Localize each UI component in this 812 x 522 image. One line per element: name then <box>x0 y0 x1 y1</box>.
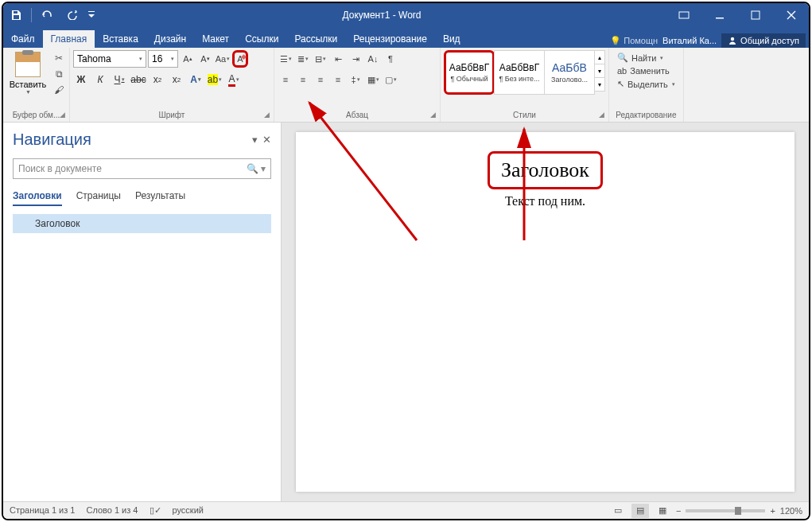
tab-view[interactable]: Вид <box>435 30 468 48</box>
align-center-button[interactable]: ≡ <box>295 71 311 88</box>
search-icon: 🔍 <box>617 53 628 63</box>
styles-expand[interactable]: ▾ <box>594 77 605 92</box>
read-mode-button[interactable]: ▭ <box>609 504 627 518</box>
close-button[interactable] <box>773 3 809 27</box>
zoom-out-button[interactable]: − <box>676 506 681 516</box>
superscript-button[interactable]: x2 <box>169 71 185 88</box>
replace-button[interactable]: abЗаменить <box>616 65 677 76</box>
align-left-button[interactable]: ≡ <box>278 71 293 88</box>
ribbon: Вставить ▼ ✂ ⧉ 🖌 Буфер обм... ◢ Tahoma▾ … <box>3 48 809 123</box>
nav-tab-headings[interactable]: Заголовки <box>13 190 62 206</box>
title-bar: Документ1 - Word <box>3 3 809 27</box>
font-launcher[interactable]: ◢ <box>261 109 272 120</box>
tab-layout[interactable]: Макет <box>194 30 237 48</box>
nav-tab-pages[interactable]: Страницы <box>76 190 121 206</box>
tab-mailings[interactable]: Рассылки <box>286 30 345 48</box>
svg-rect-0 <box>679 12 689 18</box>
zoom-slider[interactable] <box>686 509 765 512</box>
align-right-button[interactable]: ≡ <box>313 71 328 88</box>
borders-button[interactable]: ▢▾ <box>383 71 398 88</box>
font-size-combo[interactable]: 16▾ <box>148 50 178 68</box>
highlight-button[interactable]: ab▾ <box>207 71 223 88</box>
styles-scroll-down[interactable]: ▾ <box>594 64 605 78</box>
print-layout-button[interactable]: ▤ <box>631 504 649 518</box>
shading-button[interactable]: ▦▾ <box>365 71 381 88</box>
text-effects-button[interactable]: A ▾ <box>188 71 204 88</box>
nav-dropdown[interactable]: ▾ <box>252 134 258 146</box>
group-editing: 🔍Найти ▾ abЗаменить ↖Выделить ▾ Редактир… <box>609 48 684 122</box>
style-no-spacing[interactable]: АаБбВвГ ¶ Без инте... <box>494 50 545 95</box>
maximize-button[interactable] <box>737 3 773 27</box>
font-color-button[interactable]: A▾ <box>226 71 242 88</box>
proofing-icon[interactable]: ▯✓ <box>150 505 161 516</box>
svg-rect-1 <box>716 18 724 19</box>
nav-close-button[interactable]: ✕ <box>262 134 271 146</box>
user-name[interactable]: Виталий Ка... <box>662 36 717 45</box>
undo-button[interactable] <box>34 3 60 27</box>
find-button[interactable]: 🔍Найти ▾ <box>616 52 677 64</box>
italic-button[interactable]: К <box>92 71 108 88</box>
underline-button[interactable]: Ч ▾ <box>111 71 127 88</box>
numbering-button[interactable]: ≣▾ <box>295 50 311 68</box>
tab-references[interactable]: Ссылки <box>237 30 286 48</box>
zoom-in-button[interactable]: + <box>770 506 775 516</box>
tab-review[interactable]: Рецензирование <box>345 30 435 48</box>
document-area[interactable]: Заголовок Текст под ним. <box>282 123 809 501</box>
cut-button[interactable]: ✂ <box>52 52 66 64</box>
clear-formatting-button[interactable]: A◆ <box>232 50 248 68</box>
bullets-button[interactable]: ☰▾ <box>278 50 293 68</box>
tab-file[interactable]: Файл <box>3 30 43 48</box>
nav-heading-item[interactable]: Заголовок <box>13 214 271 233</box>
bold-button[interactable]: Ж <box>73 71 89 88</box>
style-heading1[interactable]: АаБбВ Заголово... <box>544 50 595 95</box>
ribbon-display-options[interactable] <box>666 3 701 27</box>
tab-design[interactable]: Дизайн <box>146 30 194 48</box>
language-indicator[interactable]: русский <box>173 505 204 516</box>
increase-indent-button[interactable]: ⇥ <box>348 50 363 68</box>
clipboard-icon <box>15 52 41 77</box>
group-paragraph: ☰▾ ≣▾ ⊟▾ ⇤ ⇥ A↓ ¶ ≡ ≡ ≡ ≡ ‡▾ ▦▾ ▢▾ Абзац… <box>274 48 441 122</box>
nav-tab-results[interactable]: Результаты <box>135 190 185 206</box>
paragraph-launcher[interactable]: ◢ <box>427 109 438 120</box>
quick-access-toolbar <box>3 3 98 27</box>
navigation-search[interactable]: Поиск в документе 🔍 ▾ <box>13 158 271 179</box>
window-title: Документ1 - Word <box>98 10 666 21</box>
format-painter-button[interactable]: 🖌 <box>52 84 66 96</box>
multilevel-list-button[interactable]: ⊟▾ <box>313 50 328 68</box>
styles-launcher[interactable]: ◢ <box>596 109 607 120</box>
share-button[interactable]: Общий доступ <box>721 33 806 48</box>
redo-button[interactable] <box>60 3 85 27</box>
font-name-combo[interactable]: Tahoma▾ <box>73 50 146 68</box>
sort-button[interactable]: A↓ <box>365 50 381 68</box>
minimize-button[interactable] <box>701 3 737 27</box>
change-case-button[interactable]: Aa▾ <box>215 50 231 68</box>
qat-customize[interactable] <box>85 3 98 27</box>
save-button[interactable] <box>3 3 29 27</box>
document-heading[interactable]: Заголовок <box>488 151 603 189</box>
show-hide-button[interactable]: ¶ <box>383 50 398 68</box>
svg-point-3 <box>731 37 734 41</box>
shrink-font-button[interactable]: A▾ <box>197 50 213 68</box>
justify-button[interactable]: ≡ <box>330 71 346 88</box>
clipboard-launcher[interactable]: ◢ <box>56 109 68 120</box>
workspace: Навигация ▾ ✕ Поиск в документе 🔍 ▾ Заго… <box>3 123 809 501</box>
subscript-button[interactable]: x2 <box>150 71 165 88</box>
decrease-indent-button[interactable]: ⇤ <box>330 50 346 68</box>
web-layout-button[interactable]: ▦ <box>654 504 671 518</box>
zoom-level[interactable]: 120% <box>780 506 802 516</box>
copy-button[interactable]: ⧉ <box>52 68 66 80</box>
grow-font-button[interactable]: A▴ <box>180 50 196 68</box>
paste-button[interactable]: Вставить ▼ <box>6 50 49 109</box>
group-font: Tahoma▾ 16▾ A▴ A▾ Aa▾ A◆ Ж К Ч ▾ abc x2 … <box>70 48 274 122</box>
document-body-text[interactable]: Текст под ним. <box>328 194 763 208</box>
tab-insert[interactable]: Вставка <box>95 30 146 48</box>
line-spacing-button[interactable]: ‡▾ <box>348 71 363 88</box>
page-indicator[interactable]: Страница 1 из 1 <box>10 505 75 516</box>
word-count[interactable]: Слово 1 из 4 <box>86 505 138 516</box>
strikethrough-button[interactable]: abc <box>130 71 146 88</box>
tell-me[interactable]: 💡 Помощн <box>610 36 658 46</box>
style-normal[interactable]: АаБбВвГ ¶ Обычный <box>444 50 495 95</box>
styles-scroll-up[interactable]: ▴ <box>594 50 605 64</box>
tab-home[interactable]: Главная <box>43 30 95 48</box>
select-button[interactable]: ↖Выделить ▾ <box>616 78 677 90</box>
